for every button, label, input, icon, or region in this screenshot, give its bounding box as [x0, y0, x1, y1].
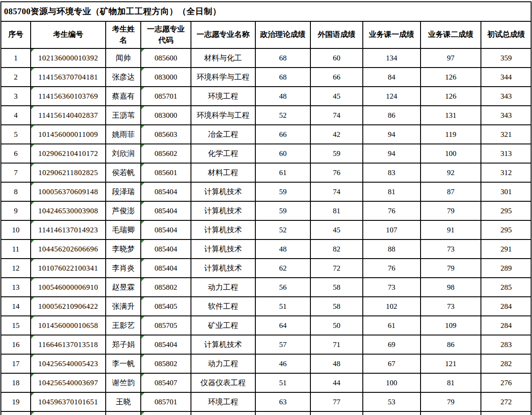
green-corner-flag-icon: [141, 259, 144, 262]
cell-candidate_id: 100056210906422: [31, 297, 106, 316]
cell-text: 283: [500, 340, 512, 349]
cell-text: 材料工程: [208, 168, 238, 177]
cell-politics: 48: [255, 239, 311, 259]
cell-major_code: 085404: [141, 220, 191, 239]
cell-name: 李一帆: [106, 354, 141, 373]
cell-politics: 50: [255, 411, 311, 415]
cell-foreign: 45: [310, 220, 363, 239]
green-corner-flag-icon: [141, 221, 144, 224]
cell-text: 17: [12, 359, 20, 368]
cell-foreign: 76: [310, 163, 363, 182]
cell-text: 86: [388, 111, 395, 120]
cell-text: 73: [447, 302, 454, 311]
cell-text: 化学工程: [208, 149, 238, 158]
cell-major_name: 环境科学与工程: [191, 68, 255, 87]
col-header-course2: 业务课二成绩: [421, 21, 481, 48]
cell-major_code: 085802: [141, 278, 191, 297]
table-row: 5101456000011009姚雨菲085603冶金工程66429411932…: [1, 125, 531, 144]
cell-name: 王嘉伟: [106, 411, 141, 415]
cell-text: 60: [279, 149, 286, 158]
cell-text: 083000: [155, 111, 177, 120]
cell-text: 085701: [155, 398, 177, 406]
cell-major_code: 085404: [141, 239, 191, 259]
green-corner-flag-icon: [31, 183, 34, 186]
cell-text: 动力工程: [208, 283, 238, 291]
green-corner-flag-icon: [31, 278, 34, 281]
cell-name: 段泽瑞: [106, 182, 141, 201]
cell-text: 姚雨菲: [112, 130, 135, 139]
cell-text: 环境科学与工程: [197, 73, 250, 81]
col-header-course1: 业务课一成绩: [363, 21, 421, 48]
cell-text: 61: [279, 168, 286, 177]
cell-text: 86: [447, 340, 454, 349]
cell-text: 6: [14, 149, 18, 158]
cell-text: 蔡嘉有: [112, 92, 135, 100]
cell-course1: 100: [363, 373, 421, 392]
cell-index: 11: [1, 239, 31, 259]
cell-course1: 67: [363, 354, 421, 373]
cell-text: 313: [500, 149, 512, 158]
col-header-name: 考生姓名: [106, 21, 141, 48]
cell-text: 100: [445, 149, 457, 158]
cell-text: 295: [500, 226, 512, 234]
cell-name: 刘欣润: [106, 144, 141, 163]
col-header-index: 序号: [1, 21, 31, 48]
green-corner-flag-icon: [31, 316, 34, 319]
cell-text: 段泽瑞: [112, 188, 135, 196]
cell-major_name: 动力工程: [191, 278, 255, 297]
table-row: 2114156370704181张彦达083000环境科学与工程68668412…: [1, 68, 531, 87]
cell-text: 李肖炎: [112, 264, 135, 272]
cell-index: 4: [1, 106, 31, 125]
cell-major_code: 085405: [141, 297, 191, 316]
cell-candidate_id: 114156370704181: [31, 68, 106, 87]
cell-total: 343: [481, 106, 531, 125]
cell-text: 计算机技术: [204, 245, 242, 253]
cell-text: 73: [447, 245, 454, 253]
cell-text: 王沥苇: [112, 111, 135, 120]
scores-table: 085700资源与环境专业（矿物加工工程方向）（全日制） 序号 考生编号 考生姓…: [0, 1, 532, 415]
green-corner-flag-icon: [141, 355, 144, 358]
cell-major_name: 计算机技术: [191, 259, 255, 278]
cell-major_name: 环境工程: [191, 392, 255, 411]
green-corner-flag-icon: [31, 221, 34, 224]
cell-candidate_id: 102136000010392: [31, 48, 106, 68]
cell-text: 冶金工程: [208, 130, 238, 139]
cell-course2: 131: [421, 106, 481, 125]
cell-course2: 81: [421, 373, 481, 392]
cell-index: 2: [1, 68, 31, 87]
cell-candidate_id: 101456000011009: [31, 125, 106, 144]
cell-text: 100056210906422: [38, 302, 98, 311]
cell-text: 61: [388, 321, 395, 330]
cell-text: 97: [447, 54, 454, 62]
cell-name: 王沥苇: [106, 106, 141, 125]
cell-course2: 126: [421, 87, 481, 106]
green-corner-flag-icon: [141, 316, 144, 319]
cell-text: 环境工程: [208, 398, 238, 406]
cell-politics: 59: [255, 182, 311, 201]
cell-text: 60: [333, 54, 341, 62]
cell-index: 9: [1, 201, 31, 220]
cell-text: 272: [500, 398, 512, 406]
cell-text: 104256540005423: [38, 359, 98, 368]
col-header-candidate-id: 考生编号: [31, 21, 106, 48]
cell-politics: 61: [255, 163, 311, 182]
cell-major_code: 085602: [141, 144, 191, 163]
cell-text: 45: [333, 226, 341, 234]
cell-major_code: 085701: [141, 87, 191, 106]
cell-foreign: 72: [310, 259, 363, 278]
cell-name: 赵昱霖: [106, 278, 141, 297]
cell-text: 295: [500, 207, 512, 215]
cell-course1: 73: [363, 278, 421, 297]
green-corner-flag-icon: [141, 393, 144, 396]
cell-politics: 56: [255, 278, 311, 297]
cell-text: 74: [333, 111, 341, 120]
cell-foreign: 76: [310, 411, 363, 415]
cell-index: 13: [1, 278, 31, 297]
cell-text: 085802: [155, 283, 177, 291]
cell-text: 46: [279, 359, 286, 368]
cell-text: 68: [279, 54, 286, 62]
cell-foreign: 58: [310, 297, 363, 316]
cell-course1: 84: [363, 68, 421, 87]
cell-text: 2: [14, 73, 18, 81]
cell-text: 291: [500, 245, 512, 253]
